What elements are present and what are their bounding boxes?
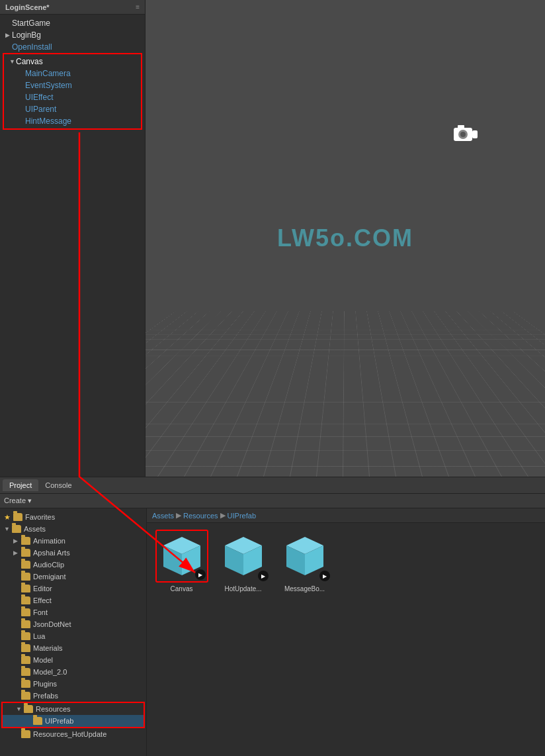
canvas-play-button[interactable]: ▶ — [195, 569, 206, 580]
arrow-loginbg: ▶ — [5, 32, 12, 38]
uiprefab-label: UIPrefab — [45, 717, 73, 725]
label-hintmessage: HintMessage — [25, 117, 71, 126]
breadcrumb-assets[interactable]: Assets — [152, 512, 174, 520]
folder-item-resources-hotupdate[interactable]: Resources_HotUpdate — [0, 728, 146, 740]
resources-highlight-group: ▼ Resources UIPrefab — [1, 702, 145, 728]
scene-sky — [146, 0, 545, 191]
folder-item-effect[interactable]: Effect — [0, 594, 146, 606]
arrow-apshai: ▶ — [13, 549, 21, 556]
folder-item-materials[interactable]: Materials — [0, 642, 146, 654]
folder-item-model2[interactable]: Model_2.0 — [0, 666, 146, 678]
label-openinstall: OpenInstall — [12, 42, 52, 52]
label-eventsystem: EventSystem — [25, 81, 72, 90]
arrow-lua — [13, 633, 21, 639]
arrow-uieffect — [19, 94, 25, 101]
assets-folder-icon — [12, 525, 21, 533]
arrow-model — [13, 657, 21, 663]
hier-item-openinstall[interactable]: OpenInstall — [0, 41, 145, 53]
folder-item-model[interactable]: Model — [0, 654, 146, 666]
jsondotnet-folder-icon — [21, 620, 30, 628]
jsondotnet-label: JsonDotNet — [33, 620, 71, 628]
top-section: LoginScene* ≡ StartGame ▶ LoginBg OpenIn… — [0, 0, 545, 477]
arrow-uiprefab — [25, 718, 33, 724]
hier-item-startgame[interactable]: StartGame — [0, 17, 145, 29]
arrow-model2 — [13, 669, 21, 675]
asset-browser: Assets ▶ Resources ▶ UIPrefab — [147, 508, 545, 756]
label-maincamera: MainCamera — [25, 69, 71, 78]
folder-item-prefabs[interactable]: Prefabs — [0, 690, 146, 702]
arrow-uiparent — [19, 106, 25, 113]
folder-item-editor[interactable]: Editor — [0, 583, 146, 594]
folder-item-favorites[interactable]: ★ Favorites — [0, 511, 146, 523]
hier-item-canvas[interactable]: ▼ Canvas — [4, 56, 141, 68]
hier-item-uieffect[interactable]: UIEffect — [4, 91, 141, 103]
folder-item-jsondotnet[interactable]: JsonDotNet — [0, 618, 146, 630]
label-loginbg: LoginBg — [12, 30, 41, 40]
prefabs-label: Prefabs — [33, 692, 58, 700]
hierarchy-menu-icon[interactable]: ≡ — [136, 3, 140, 11]
animation-folder-icon — [21, 537, 30, 545]
arrow-resources: ▼ — [16, 706, 24, 712]
tab-project[interactable]: Project — [3, 479, 38, 491]
favorites-label: Favorites — [25, 513, 55, 521]
folder-item-demigiant[interactable]: Demigiant — [0, 571, 146, 583]
apshai-label: Apshai Arts — [33, 549, 70, 557]
resources-label: Resources — [36, 705, 71, 713]
tab-console[interactable]: Console — [38, 479, 78, 491]
asset-thumb-hotupdatepanel: ▶ — [217, 530, 270, 583]
hier-item-hintmessage[interactable]: HintMessage — [4, 115, 141, 127]
materials-folder-icon — [21, 644, 30, 652]
asset-thumb-messagebox: ▶ — [278, 530, 331, 583]
hotupdate-label: Resources_HotUpdate — [33, 730, 106, 738]
breadcrumb-resources[interactable]: Resources — [183, 512, 218, 520]
model-label: Model — [33, 656, 53, 664]
arrow-eventsystem — [19, 82, 25, 89]
folder-item-animation[interactable]: ▶ Animation — [0, 535, 146, 547]
label-canvas: Canvas — [16, 57, 43, 66]
folder-item-audioclip[interactable]: AudioClip — [0, 559, 146, 571]
hier-item-eventsystem[interactable]: EventSystem — [4, 79, 141, 91]
svg-point-2 — [460, 132, 466, 137]
hier-item-uiparent[interactable]: UIParent — [4, 103, 141, 115]
hierarchy-panel: LoginScene* ≡ StartGame ▶ LoginBg OpenIn… — [0, 0, 146, 477]
asset-item-hotupdatepanel[interactable]: ▶ HotUpdate... — [215, 530, 271, 592]
sep2: ▶ — [220, 511, 226, 520]
folder-item-font[interactable]: Font — [0, 606, 146, 618]
lua-folder-icon — [21, 632, 30, 640]
hotupdatepanel-asset-label: HotUpdate... — [224, 585, 261, 592]
arrow-openinstall — [5, 44, 12, 50]
arrow-effect — [13, 597, 21, 604]
folder-sidebar: ★ Favorites ▼ Assets ▶ Animation ▶ — [0, 508, 147, 756]
canvas-asset-label: Canvas — [171, 585, 193, 592]
messagebox-play-button[interactable]: ▶ — [319, 571, 330, 581]
arrow-materials — [13, 645, 21, 651]
create-button[interactable]: Create ▾ — [4, 496, 32, 505]
canvas-group-highlight: ▼ Canvas MainCamera EventSystem UIEff — [3, 53, 142, 130]
asset-grid: ▶ Canvas ▶ HotUpdate... — [147, 523, 545, 599]
hier-item-maincamera[interactable]: MainCamera — [4, 68, 141, 79]
scene-panel: LW5o.COM — [146, 0, 545, 477]
audioclip-label: AudioClip — [33, 561, 64, 569]
breadcrumb-uiprefab[interactable]: UIPrefab — [228, 512, 256, 520]
hotupdatepanel-play-button[interactable]: ▶ — [258, 571, 269, 581]
hier-item-loginbg[interactable]: ▶ LoginBg — [0, 29, 145, 41]
hierarchy-content: StartGame ▶ LoginBg OpenInstall ▼ Canvas — [0, 15, 145, 132]
folder-item-apshai[interactable]: ▶ Apshai Arts — [0, 547, 146, 559]
bottom-content: ★ Favorites ▼ Assets ▶ Animation ▶ — [0, 508, 545, 756]
folder-item-lua[interactable]: Lua — [0, 630, 146, 642]
asset-item-messagebox[interactable]: ▶ MessageBo... — [276, 530, 333, 592]
folder-item-resources[interactable]: ▼ Resources — [3, 703, 144, 715]
arrow-maincamera — [19, 70, 25, 77]
editor-folder-icon — [21, 585, 30, 592]
folder-item-plugins[interactable]: Plugins — [0, 678, 146, 690]
folder-item-uiprefab[interactable]: UIPrefab — [3, 715, 144, 727]
folder-item-assets[interactable]: ▼ Assets — [0, 523, 146, 535]
model2-folder-icon — [21, 668, 30, 676]
demigiant-folder-icon — [21, 573, 30, 581]
arrow-plugins — [13, 681, 21, 687]
asset-item-canvas[interactable]: ▶ Canvas — [153, 530, 210, 592]
arrow-jsondotnet — [13, 621, 21, 628]
model2-label: Model_2.0 — [33, 668, 67, 676]
hierarchy-titlebar: LoginScene* ≡ — [0, 0, 145, 15]
camera-icon — [452, 122, 479, 148]
